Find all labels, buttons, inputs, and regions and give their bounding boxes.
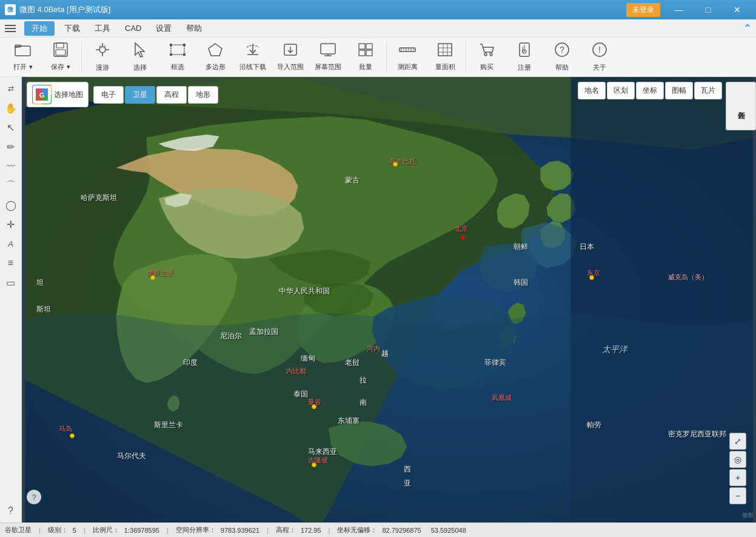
status-resolution-label: 空间分辨率： bbox=[176, 525, 216, 535]
menu-cad[interactable]: CAD bbox=[118, 21, 149, 35]
tool-select[interactable]: 选择 bbox=[122, 39, 158, 75]
window-controls: — □ ✕ bbox=[665, 0, 751, 19]
import-icon bbox=[283, 42, 298, 61]
tool-register[interactable]: 注册 bbox=[506, 39, 543, 75]
map-tab-elevation[interactable]: 高程 bbox=[156, 86, 187, 104]
tool-batch[interactable]: 批量 bbox=[347, 39, 384, 75]
menu-tools[interactable]: 工具 bbox=[87, 21, 118, 36]
map-container[interactable]: 中华人民共和国 蒙古 朝鲜 韩国 日本 尼泊尔 印度 缅甸 泰国 老挝 越 拉 … bbox=[22, 77, 756, 522]
map-tab-satellite[interactable]: 卫星 bbox=[125, 86, 155, 104]
beijing-marker: ★ bbox=[459, 233, 467, 242]
measure-area-icon bbox=[437, 42, 453, 61]
svg-point-33 bbox=[484, 53, 487, 56]
measure-dist-icon bbox=[399, 42, 416, 61]
menu-start[interactable]: 开始 bbox=[24, 21, 55, 36]
tool-buy-label: 购买 bbox=[480, 62, 493, 72]
sidebar-nav-arrows[interactable]: ⇄ bbox=[2, 79, 20, 98]
svg-rect-7 bbox=[170, 44, 172, 46]
sidebar-cross[interactable]: ✛ bbox=[2, 215, 20, 233]
svg-rect-10 bbox=[183, 53, 186, 56]
tab-map-sheets[interactable]: 图幅 bbox=[665, 82, 693, 99]
sidebar-help[interactable]: ? bbox=[2, 502, 20, 520]
svg-rect-14 bbox=[321, 44, 335, 54]
tab-coordinates[interactable]: 坐标 bbox=[636, 82, 664, 99]
sidebar-rect2[interactable]: ▭ bbox=[2, 273, 20, 292]
tool-screen-label: 屏幕范围 bbox=[315, 62, 341, 72]
menu-help[interactable]: 帮助 bbox=[179, 21, 209, 36]
right-tabs-container: 地名 区划 坐标 图幅 瓦片 bbox=[578, 82, 722, 99]
sidebar-arc[interactable]: ⌒ bbox=[2, 176, 20, 195]
status-scale-label: 比例尺： bbox=[93, 525, 119, 535]
rect-icon bbox=[170, 42, 186, 61]
tab-tiles[interactable]: 瓦片 bbox=[694, 82, 722, 99]
sidebar-select[interactable]: ↖ bbox=[2, 118, 20, 136]
sidebar-pan[interactable]: ✋ bbox=[2, 99, 20, 117]
map-tab-electronic[interactable]: 电子 bbox=[93, 86, 124, 104]
sidebar-circle[interactable]: ◯ bbox=[2, 196, 20, 214]
close-button[interactable]: ✕ bbox=[723, 0, 751, 19]
tool-measure-area[interactable]: 量面积 bbox=[427, 39, 463, 75]
pan-icon bbox=[95, 42, 110, 61]
svg-point-34 bbox=[490, 53, 492, 56]
svg-rect-9 bbox=[170, 53, 172, 56]
zoom-in-button[interactable]: + bbox=[729, 469, 746, 486]
tool-rect-label: 框选 bbox=[171, 62, 184, 72]
tool-batch-label: 批量 bbox=[359, 62, 372, 72]
tool-measure-dist[interactable]: 测距离 bbox=[389, 39, 426, 75]
watermark: 微图 bbox=[742, 512, 753, 519]
tool-about[interactable]: ! 关于 bbox=[581, 39, 618, 75]
tool-pan-label: 漫游 bbox=[96, 63, 109, 72]
svg-text:?: ? bbox=[560, 45, 564, 55]
tool-about-label: 关于 bbox=[593, 63, 606, 72]
tool-area-label: 量面积 bbox=[435, 62, 455, 72]
tool-open[interactable]: 打开 ▾ bbox=[5, 39, 41, 75]
tool-pan[interactable]: 漫游 bbox=[84, 39, 121, 75]
tool-screen[interactable]: 屏幕范围 bbox=[310, 39, 346, 75]
tab-placename[interactable]: 地名 bbox=[578, 82, 606, 99]
sidebar-line[interactable]: 〰 bbox=[2, 157, 20, 175]
svg-text:G: G bbox=[39, 92, 45, 99]
svg-rect-17 bbox=[359, 44, 365, 49]
batch-icon bbox=[358, 42, 373, 61]
maximize-button[interactable]: □ bbox=[694, 0, 722, 19]
svg-rect-21 bbox=[400, 48, 415, 52]
tab-districts[interactable]: 区划 bbox=[607, 82, 635, 99]
tool-save[interactable]: 保存 ▾ bbox=[42, 39, 79, 75]
tool-download-line[interactable]: 沿线下载 bbox=[235, 39, 271, 75]
menu-download[interactable]: 下载 bbox=[57, 21, 87, 36]
svg-rect-28 bbox=[438, 44, 452, 56]
sidebar-text[interactable]: A bbox=[2, 235, 20, 253]
tool-polygon[interactable]: 多边形 bbox=[197, 39, 233, 75]
sidebar-draw[interactable]: ✏ bbox=[2, 138, 20, 156]
map-selector[interactable]: G 选择地图 bbox=[27, 82, 89, 107]
map-help-button[interactable]: ? bbox=[27, 490, 41, 504]
about-icon: ! bbox=[592, 42, 607, 61]
minimize-button[interactable]: — bbox=[665, 0, 693, 19]
task-list-button[interactable]: 任务列表 bbox=[726, 82, 756, 130]
svg-rect-18 bbox=[366, 44, 372, 49]
titlebar: 微 微图 4.0Beta [用户测试版] 未登录 — □ ✕ bbox=[0, 0, 756, 19]
tool-buy[interactable]: 购买 bbox=[469, 39, 505, 75]
sidebar-table[interactable]: ≡ bbox=[2, 254, 20, 272]
zoom-out-button[interactable]: − bbox=[729, 487, 746, 504]
login-button[interactable]: 未登录 bbox=[626, 3, 660, 17]
map-tab-terrain[interactable]: 地形 bbox=[188, 86, 218, 104]
toolbar: 打开 ▾ 保存 ▾ 漫游 选择 框选 多边形 沿线下载 bbox=[0, 38, 756, 77]
fullscreen-button[interactable]: ⤢ bbox=[729, 433, 746, 450]
tool-help-label: 帮助 bbox=[555, 63, 569, 72]
svg-rect-3 bbox=[56, 43, 64, 48]
collapse-button[interactable]: ⌃ bbox=[743, 22, 751, 34]
tool-import[interactable]: 导入范围 bbox=[272, 39, 309, 75]
tool-measure-dist-label: 测距离 bbox=[398, 62, 418, 72]
tool-help[interactable]: ? 帮助 bbox=[544, 39, 580, 75]
google-icon: G bbox=[32, 85, 52, 104]
status-coord-label: 坐标无偏移： bbox=[337, 525, 377, 535]
save-icon bbox=[53, 42, 69, 61]
tool-rect[interactable]: 框选 bbox=[159, 39, 196, 75]
map-tabs-container: G 选择地图 电子 卫星 高程 地形 bbox=[27, 82, 218, 107]
status-scale: 1:36978595 bbox=[124, 527, 159, 534]
target-button[interactable]: ◎ bbox=[729, 451, 746, 468]
ulaanbaatar-dot bbox=[393, 162, 398, 167]
menu-settings[interactable]: 设置 bbox=[149, 21, 179, 36]
menu-toggle-button[interactable] bbox=[5, 21, 19, 36]
